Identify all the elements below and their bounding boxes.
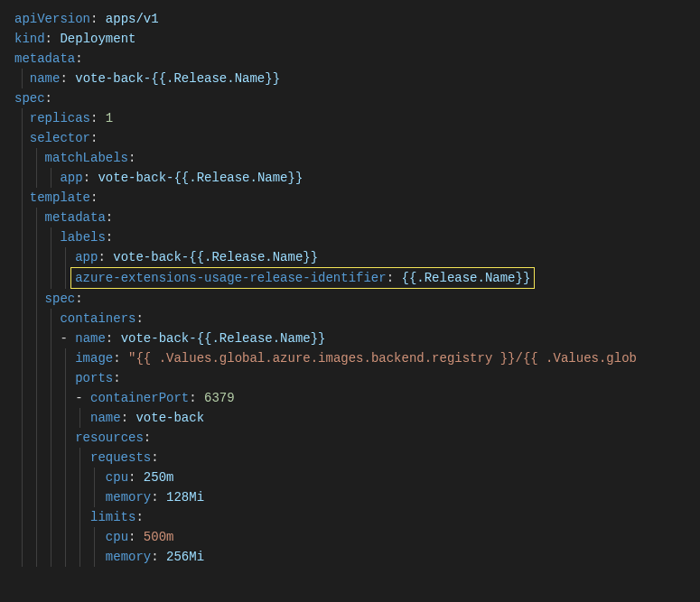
token-val-plain: Deployment [60,32,135,46]
token-colon: : [128,530,144,544]
line-content: replicas: 1 [30,111,113,125]
code-line: selector: [7,128,700,148]
token-val-template: {{.Release.Name}} [402,271,531,285]
code-line: name: vote-back-{{.Release.Name}} [7,69,700,88]
token-colon: : [106,331,121,346]
line-content: image: "{{ .Values.global.azure.images.b… [75,351,637,366]
token-val-plain: vote-back [135,411,204,425]
token-val-plain: apps/v1 [106,12,159,26]
token-colon: : [121,411,136,425]
line-content: metadata: [45,210,114,225]
line-content: name: vote-back [90,411,204,425]
code-line: kind: Deployment [7,29,700,49]
token-colon: : [113,351,128,366]
token-key: memory [106,490,151,505]
line-content: app: vote-back-{{.Release.Name}} [75,250,318,264]
token-colon: : [90,111,106,125]
token-key: requests [90,450,151,465]
token-key: resources [75,431,144,445]
token-colon: : [113,371,120,385]
line-content: cpu: 250m [106,470,174,485]
line-content: matchLabels: [45,151,136,165]
token-colon: : [189,391,204,405]
token-colon: : [151,450,158,465]
code-line: labels: [7,227,700,247]
code-line: azure-extensions-usage-release-identifie… [7,267,700,289]
code-line: memory: 128Mi [7,487,700,507]
token-key: replicas [30,111,90,125]
line-content: metadata: [14,51,83,66]
code-line: spec: [7,88,700,108]
token-key: app [60,171,82,185]
line-content: cpu: 500m [106,530,174,544]
token-val-num: 6379 [204,391,235,405]
token-val-template: vote-back-{{.Release.Name}} [113,250,318,264]
token-key: cpu [106,470,128,485]
token-val-template: vote-back-{{.Release.Name}} [75,71,280,86]
line-content: apiVersion: apps/v1 [14,12,159,26]
code-line: app: vote-back-{{.Release.Name}} [7,168,700,188]
token-key: app [75,250,98,264]
token-key: ports [75,371,113,385]
code-line: spec: [7,289,700,309]
line-content: kind: Deployment [14,32,135,46]
token-colon: : [151,550,166,564]
token-key: azure-extensions-usage-release-identifie… [75,271,386,285]
code-line: resources: [7,428,700,448]
code-line: memory: 256Mi [7,547,700,567]
token-colon: : [144,431,151,445]
line-content: template: [30,190,98,205]
code-line: cpu: 500m [7,527,700,547]
code-line: containers: [7,309,700,329]
token-colon: : [90,131,98,145]
token-key: spec [14,91,45,106]
line-content: memory: 128Mi [106,490,204,505]
code-line: cpu: 250m [7,468,700,487]
line-content: limits: [90,510,144,524]
token-colon: : [83,171,98,185]
line-content: labels: [60,230,113,245]
token-val-template: vote-back-{{.Release.Name}} [121,331,326,346]
line-content: containers: [60,311,143,326]
code-line: matchLabels: [7,148,700,168]
token-key: kind [14,32,45,46]
token-colon: : [60,71,75,86]
code-line: replicas: 1 [7,108,700,128]
line-content: - name: vote-back-{{.Release.Name}} [60,331,325,346]
token-key: name [30,71,61,86]
token-val-plain: 256Mi [166,550,204,564]
token-colon: : [151,490,166,505]
token-key: selector [30,131,90,145]
line-content: selector: [30,131,98,145]
token-key: cpu [106,530,128,544]
token-key: labels [60,230,105,245]
token-key: metadata [14,51,75,66]
token-key: name [90,411,121,425]
token-dash: - [60,331,75,346]
token-key: template [30,190,90,205]
line-content: requests: [90,450,159,465]
token-key: metadata [45,210,106,225]
token-key: limits [90,510,135,524]
line-content: spec: [45,292,83,306]
token-key: containers [60,311,135,326]
token-colon: : [128,151,135,165]
code-line: ports: [7,368,700,388]
token-key: image [75,351,113,366]
token-colon: : [45,32,61,46]
token-val-plain: 128Mi [166,490,204,505]
line-content: ports: [75,371,120,385]
token-val-string: 500m [144,530,174,544]
token-colon: : [106,210,113,225]
highlighted-line: azure-extensions-usage-release-identifie… [70,267,535,289]
line-content: app: vote-back-{{.Release.Name}} [60,171,303,185]
code-editor-content: apiVersion: apps/v1kind: Deploymentmetad… [7,9,700,567]
token-key: spec [45,292,76,306]
line-content: memory: 256Mi [106,550,204,564]
token-colon: : [135,311,143,326]
token-colon: : [128,470,144,485]
code-line: image: "{{ .Values.global.azure.images.b… [7,348,700,368]
token-colon: : [45,91,52,106]
code-line: app: vote-back-{{.Release.Name}} [7,247,700,267]
token-colon: : [98,250,113,264]
